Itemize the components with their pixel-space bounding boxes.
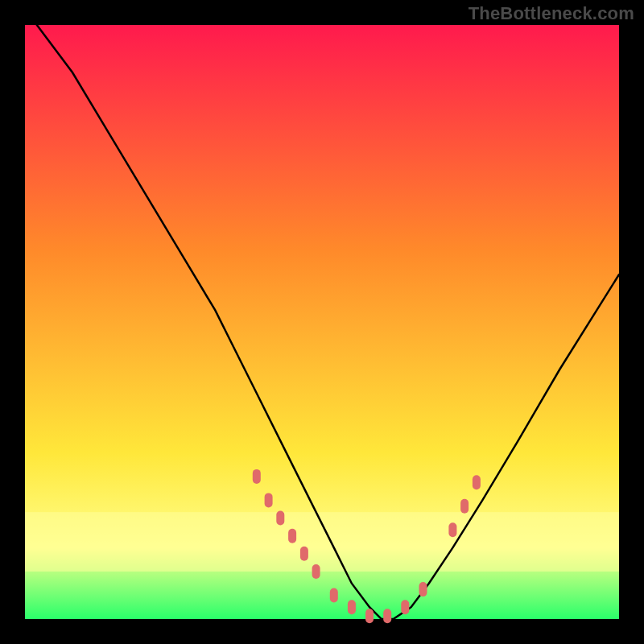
highlight-dot bbox=[312, 564, 320, 579]
highlight-dot bbox=[448, 522, 456, 537]
highlight-dot bbox=[265, 493, 273, 507]
bottleneck-chart bbox=[0, 0, 644, 644]
highlight-dot bbox=[460, 499, 469, 514]
highlight-dot bbox=[348, 600, 356, 614]
chart-frame: TheBottleneck.com bbox=[0, 0, 644, 644]
highlight-band bbox=[25, 512, 619, 572]
highlight-dot bbox=[473, 475, 481, 489]
highlight-dot bbox=[276, 511, 284, 526]
highlight-dot bbox=[383, 609, 391, 623]
highlight-dot bbox=[365, 609, 374, 623]
highlight-dot bbox=[419, 582, 427, 597]
highlight-dot bbox=[330, 588, 338, 603]
watermark: TheBottleneck.com bbox=[469, 3, 634, 24]
highlight-dot bbox=[288, 529, 296, 543]
highlight-dot bbox=[253, 469, 261, 484]
highlight-dot bbox=[401, 600, 409, 614]
highlight-dot bbox=[300, 547, 308, 561]
